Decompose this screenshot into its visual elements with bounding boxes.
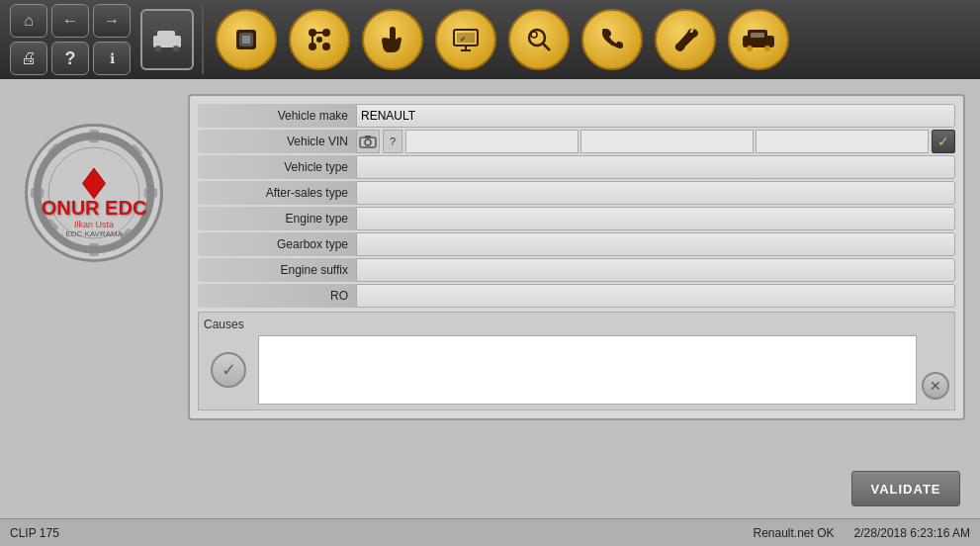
engine-type-row: Engine type <box>198 207 955 230</box>
validate-button[interactable]: VALIDATE <box>851 471 960 506</box>
ecu-icon <box>231 25 261 54</box>
causes-label: Causes <box>204 318 949 331</box>
svg-point-10 <box>322 43 330 50</box>
status-bar: CLIP 175 Renault.net OK 2/28/2018 6:23:1… <box>0 518 980 546</box>
vehicle-make-control: RENAULT PEUGEOT CITROEN NISSAN <box>356 104 955 128</box>
status-right-group: Renault.net OK 2/28/2018 6:23:16 AM <box>754 526 971 540</box>
vehicle-vin-label: Vehicle VIN <box>198 130 356 153</box>
engine-suffix-label: Engine suffix <box>198 258 356 282</box>
search-button[interactable] <box>508 9 570 70</box>
vehicle-type-select[interactable] <box>356 155 955 179</box>
vehicle-type-control <box>356 155 955 179</box>
print-button[interactable]: 🖨 <box>10 42 47 75</box>
camera-icon <box>359 135 377 148</box>
car2-button[interactable] <box>728 9 789 70</box>
svg-line-20 <box>543 44 550 50</box>
gearbox-button[interactable] <box>289 9 350 70</box>
form-panel: Vehicle make RENAULT PEUGEOT CITROEN NIS… <box>188 94 965 420</box>
aftersales-type-label: After-sales type <box>198 181 356 205</box>
screen-button[interactable]: ✓ <box>435 9 496 70</box>
aftersales-type-control <box>356 181 955 205</box>
gearbox-icon <box>305 25 334 54</box>
status-datetime: 2/28/2018 6:23:16 AM <box>854 526 970 540</box>
home-button[interactable]: ⌂ <box>10 4 47 38</box>
ro-label: RO <box>198 284 356 308</box>
vehicle-make-row: Vehicle make RENAULT PEUGEOT CITROEN NIS… <box>198 104 955 128</box>
engine-suffix-select[interactable] <box>356 258 955 282</box>
logo-circle: ONUR EDC Ilkan Usta · EDC KAVRAMA · <box>25 124 163 262</box>
aftersales-type-select[interactable] <box>356 181 955 205</box>
vin-input-1[interactable] <box>405 130 579 153</box>
causes-section: Causes ✓ ✕ <box>198 312 955 410</box>
svg-point-11 <box>316 37 322 43</box>
phone-icon <box>597 25 627 54</box>
vehicle-make-select[interactable]: RENAULT PEUGEOT CITROEN NISSAN <box>356 104 955 128</box>
engine-suffix-row: Engine suffix <box>198 258 955 282</box>
engine-suffix-control <box>356 258 955 282</box>
main-content: ONUR EDC Ilkan Usta · EDC KAVRAMA · Vehi… <box>0 79 980 536</box>
svg-point-24 <box>747 46 753 51</box>
back-button[interactable]: ← <box>51 4 89 38</box>
ro-control <box>356 284 955 308</box>
engine-type-select[interactable] <box>356 207 955 230</box>
svg-rect-43 <box>365 136 371 138</box>
info-button[interactable]: ℹ <box>93 42 131 75</box>
gearbox-type-control <box>356 232 955 256</box>
svg-point-42 <box>365 139 371 145</box>
svg-text:✓: ✓ <box>460 36 466 43</box>
svg-point-21 <box>531 32 537 38</box>
ecu-button[interactable] <box>216 9 277 70</box>
logo-brand-text: ONUR EDC <box>42 197 147 220</box>
aftersales-type-row: After-sales type <box>198 181 955 205</box>
tool-row-bottom: 🖨 ? ℹ <box>10 42 131 75</box>
svg-point-25 <box>764 46 770 51</box>
forward-button[interactable]: → <box>93 4 131 38</box>
search-icon <box>524 25 554 54</box>
toolbar-separator <box>202 5 204 74</box>
svg-rect-26 <box>751 33 764 38</box>
car2-icon <box>740 26 777 53</box>
logo-tagline: · EDC KAVRAMA · <box>61 229 127 238</box>
vin-camera-icon[interactable] <box>356 130 380 153</box>
vin-input-3[interactable] <box>756 130 929 153</box>
causes-check-area: ✓ <box>204 335 253 405</box>
svg-rect-6 <box>242 36 250 44</box>
status-renault-net: Renault.net OK <box>754 526 835 540</box>
phone-button[interactable] <box>581 9 643 70</box>
svg-point-2 <box>155 46 161 51</box>
wrench-icon <box>670 25 700 54</box>
left-icon-group: ⌂ ← → 🖨 ? ℹ <box>10 4 131 75</box>
vehicle-icon <box>149 26 185 53</box>
engine-type-control <box>356 207 955 230</box>
causes-textarea[interactable] <box>258 335 917 405</box>
engine-type-label: Engine type <box>198 207 356 230</box>
status-clip: CLIP 175 <box>10 526 59 540</box>
vehicle-icon-button[interactable] <box>140 9 194 70</box>
ro-select[interactable] <box>356 284 955 308</box>
vehicle-type-label: Vehicle type <box>198 155 356 179</box>
vin-confirm-button[interactable]: ✓ <box>932 130 955 153</box>
vehicle-vin-control: ? ✓ <box>356 130 955 153</box>
wrench-button[interactable] <box>655 9 716 70</box>
vin-inputs-group <box>405 130 929 153</box>
logo-area: ONUR EDC Ilkan Usta · EDC KAVRAMA · <box>15 114 173 272</box>
causes-clear-button[interactable]: ✕ <box>922 372 949 400</box>
logo-content: ONUR EDC Ilkan Usta · EDC KAVRAMA · <box>42 147 147 238</box>
vin-help-icon[interactable]: ? <box>383 130 402 153</box>
ro-row: RO <box>198 284 955 308</box>
gearbox-type-label: Gearbox type <box>198 232 356 256</box>
gearbox-type-select[interactable] <box>356 232 955 256</box>
tool-row-top: ⌂ ← → <box>10 4 131 38</box>
touch-icon <box>378 25 407 54</box>
vin-input-2[interactable] <box>580 130 754 153</box>
logo-subtitle: Ilkan Usta <box>74 220 114 229</box>
help-button[interactable]: ? <box>51 42 89 75</box>
touch-button[interactable] <box>362 9 423 70</box>
causes-body: ✓ ✕ <box>204 335 949 405</box>
svg-rect-1 <box>157 31 175 39</box>
svg-point-3 <box>173 46 179 51</box>
causes-check-button[interactable]: ✓ <box>211 352 246 388</box>
vehicle-make-label: Vehicle make <box>198 104 356 128</box>
screen-icon: ✓ <box>451 25 481 54</box>
vehicle-type-row: Vehicle type <box>198 155 955 179</box>
